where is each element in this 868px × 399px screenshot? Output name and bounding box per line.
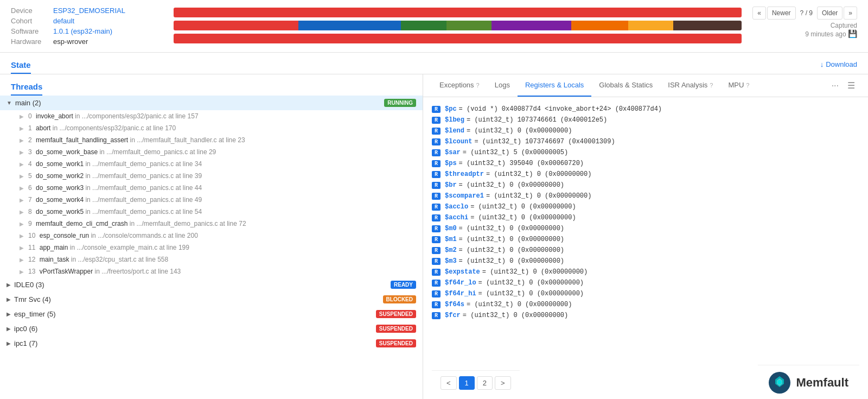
cohort-value[interactable]: default xyxy=(53,17,74,25)
reg-value: = (uint32_t) 0 (0x00000000) xyxy=(478,290,584,297)
reg-name: $br xyxy=(445,181,457,189)
frame-loc: in .../memfault_demo_panics.c at line 49 xyxy=(85,196,202,204)
frame-loc: in .../memfault_demo_panics.c at line 54 xyxy=(85,208,202,216)
state-title: State xyxy=(11,60,31,74)
frame-num: 11 xyxy=(28,244,35,251)
svg-point-1 xyxy=(777,380,782,384)
thread-group-esptimer: ▶ esp_timer (5) SUSPENDED xyxy=(0,307,423,321)
frame-num: 3 xyxy=(28,148,32,156)
more-tabs-icon[interactable]: ··· xyxy=(827,77,843,95)
frame-12[interactable]: ▶ 12 main_task in .../esp32/cpu_start.c … xyxy=(0,254,423,265)
thread-name-tmrsvc: Tmr Svc (4) xyxy=(14,295,51,303)
badge-running: RUNNING xyxy=(384,99,416,107)
reg-badge: R xyxy=(432,269,441,276)
tab-registers[interactable]: Registers & Locals xyxy=(518,74,591,97)
reg-row-m0: R $m0 = (uint32_t) 0 (0x00000000) xyxy=(432,223,859,234)
frame-num: 12 xyxy=(28,256,35,263)
frame-text: 6 do_some_work3 in .../memfault_demo_pan… xyxy=(28,184,416,192)
thread-group-header-tmrsvc[interactable]: ▶ Tmr Svc (4) BLOCKED xyxy=(0,292,423,307)
cohort-row: Cohort default xyxy=(11,17,163,25)
software-row: Software 1.0.1 (esp32-main) xyxy=(11,27,163,35)
frame-0[interactable]: ▶ 0 invoke_abort in .../components/esp32… xyxy=(0,110,423,122)
nav-first-button[interactable]: « xyxy=(752,7,766,20)
reg-badge: R xyxy=(432,247,441,254)
thread-group-left-esptimer: ▶ esp_timer (5) xyxy=(7,310,56,318)
frame-loc: in .../console_example_main.c at line 19… xyxy=(70,244,189,251)
list-icon[interactable]: ☰ xyxy=(843,76,859,95)
frame-text: 9 memfault_demo_cli_cmd_crash in .../mem… xyxy=(28,220,416,227)
frame-arrow-icon: ▶ xyxy=(20,173,24,179)
frame-9[interactable]: ▶ 9 memfault_demo_cli_cmd_crash in .../m… xyxy=(0,218,423,230)
reg-name: $lbeg xyxy=(445,116,464,124)
tab-globals[interactable]: Globals & Statics xyxy=(591,74,660,97)
frame-4[interactable]: ▶ 4 do_some_work1 in .../memfault_demo_p… xyxy=(0,158,423,170)
save-icon[interactable]: 💾 xyxy=(848,29,857,38)
frame-10[interactable]: ▶ 10 esp_console_run in .../console/comm… xyxy=(0,230,423,242)
tab-registers-label: Registers & Locals xyxy=(525,81,584,89)
frame-func: memfault_demo_cli_cmd_crash xyxy=(36,220,127,227)
frame-13[interactable]: ▶ 13 vPortTaskWrapper in .../freertos/po… xyxy=(0,265,423,277)
reg-badge: R xyxy=(432,149,441,156)
frame-text: 1 abort in .../components/esp32/panic.c … xyxy=(28,124,416,132)
next-page-button[interactable]: > xyxy=(495,376,511,390)
frame-text: 3 do_some_work_base in .../memfault_demo… xyxy=(28,148,416,156)
reg-name: $threadptr xyxy=(445,170,484,178)
reg-name: $m2 xyxy=(445,246,457,254)
reg-row-f64r_lo: R $f64r_lo = (uint32_t) 0 (0x00000000) xyxy=(432,277,859,288)
frame-arrow-icon: ▶ xyxy=(20,113,24,119)
frame-arrow-icon: ▶ xyxy=(20,209,24,215)
reg-badge: R xyxy=(432,290,441,297)
page-1-button[interactable]: 1 xyxy=(459,376,475,390)
reg-row-m1: R $m1 = (uint32_t) 0 (0x00000000) xyxy=(432,234,859,245)
stack-frames-main: ▶ 0 invoke_abort in .../components/esp32… xyxy=(0,110,423,277)
nav-older-button[interactable]: Older xyxy=(817,7,843,20)
thread-group-header-ipc1[interactable]: ▶ ipc1 (7) SUSPENDED xyxy=(0,336,423,351)
tab-exceptions[interactable]: Exceptions ? xyxy=(432,74,487,97)
nav-buttons: « Newer ? / 9 Older » xyxy=(752,7,857,20)
frame-7[interactable]: ▶ 7 do_some_work4 in .../memfault_demo_p… xyxy=(0,194,423,206)
chevron-down-icon: ▼ xyxy=(7,100,12,106)
frame-arrow-icon: ▶ xyxy=(20,221,24,227)
thread-group-header-main[interactable]: ▼ main (2) RUNNING xyxy=(0,96,423,110)
reg-row-ps: R $ps = (uint32_t) 395040 (0x00060720) xyxy=(432,158,859,169)
reg-value: = (uint32_t) 0 (0x00000000) xyxy=(459,181,564,189)
reg-badge: R xyxy=(432,204,441,211)
download-button[interactable]: ↓ Download xyxy=(820,60,857,74)
bar-row-3 xyxy=(174,34,742,43)
device-value[interactable]: ESP32_DEMOSERIAL xyxy=(53,7,125,15)
nav-last-button[interactable]: » xyxy=(844,7,857,20)
frame-2[interactable]: ▶ 2 memfault_fault_handling_assert in ..… xyxy=(0,134,423,146)
frame-func: do_some_work5 xyxy=(36,208,84,216)
frame-3[interactable]: ▶ 3 do_some_work_base in .../memfault_de… xyxy=(0,146,423,158)
prev-page-button[interactable]: < xyxy=(441,376,457,390)
frame-arrow-icon: ▶ xyxy=(20,233,24,239)
reg-value: = (uint32_t) 1073746661 (0x400012e5) xyxy=(467,116,607,124)
tab-isr[interactable]: ISR Analysis ? xyxy=(660,74,720,97)
help-icon: ? xyxy=(746,82,749,88)
page-2-button[interactable]: 2 xyxy=(477,376,493,390)
tab-logs[interactable]: Logs xyxy=(487,74,518,97)
frame-loc: in .../components/esp32/panic.c at line … xyxy=(75,112,198,120)
frame-6[interactable]: ▶ 6 do_some_work3 in .../memfault_demo_p… xyxy=(0,182,423,194)
reg-name: $acchi xyxy=(445,214,468,221)
frame-1[interactable]: ▶ 1 abort in .../components/esp32/panic.… xyxy=(0,122,423,134)
state-section: State ↓ Download xyxy=(0,53,868,74)
nav-newer-button[interactable]: Newer xyxy=(767,7,796,20)
frame-11[interactable]: ▶ 11 app_main in .../console_example_mai… xyxy=(0,242,423,254)
reg-row-f64r_hi: R $f64r_hi = (uint32_t) 0 (0x00000000) xyxy=(432,288,859,299)
reg-name: $m0 xyxy=(445,225,457,232)
frame-8[interactable]: ▶ 8 do_some_work5 in .../memfault_demo_p… xyxy=(0,206,423,218)
captured-info: Captured 9 minutes ago 💾 xyxy=(805,22,857,38)
frame-5[interactable]: ▶ 5 do_some_work2 in .../memfault_demo_p… xyxy=(0,170,423,182)
nav-section: « Newer ? / 9 Older » Captured 9 minutes… xyxy=(752,7,857,38)
thread-group-header-ipc0[interactable]: ▶ ipc0 (6) SUSPENDED xyxy=(0,321,423,336)
frame-num: 0 xyxy=(28,112,32,120)
thread-group-header-idle0[interactable]: ▶ IDLE0 (3) READY xyxy=(0,277,423,292)
thread-group-header-esptimer[interactable]: ▶ esp_timer (5) SUSPENDED xyxy=(0,307,423,321)
software-value[interactable]: 1.0.1 (esp32-main) xyxy=(53,27,112,35)
tab-mpu[interactable]: MPU ? xyxy=(720,74,757,97)
reg-row-pc: R $pc = (void *) 0x400877d4 <invoke_abor… xyxy=(432,104,859,115)
thread-group-left-tmrsvc: ▶ Tmr Svc (4) xyxy=(7,295,51,303)
thread-name-esptimer: esp_timer (5) xyxy=(14,310,56,318)
thread-group-main: ▼ main (2) RUNNING ▶ 0 invoke_abort in .… xyxy=(0,96,423,277)
